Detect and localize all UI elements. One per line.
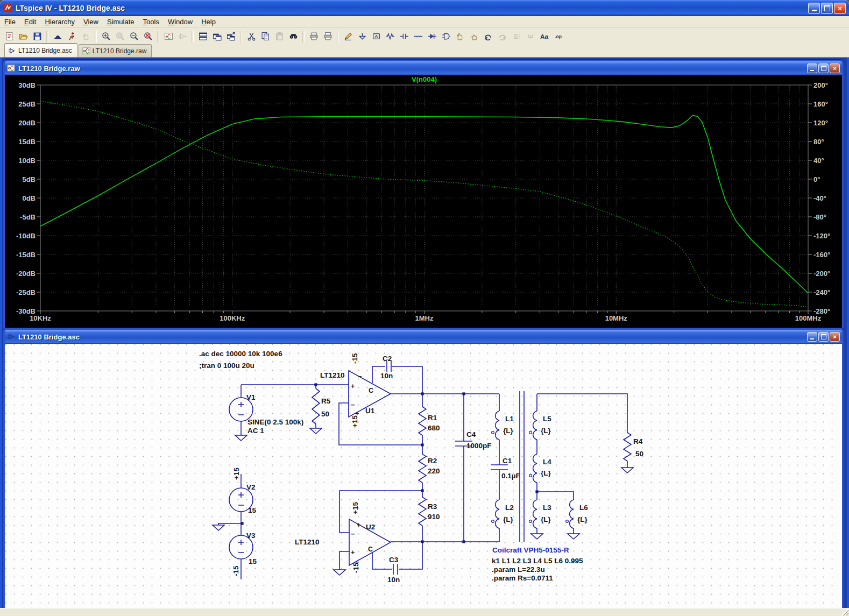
schematic-label: +15 [232,468,240,480]
tab-bar: LT1210 Bridge.ascLT1210 Bridge.raw [0,45,849,58]
run-button[interactable] [65,30,79,44]
component-button[interactable] [439,30,453,44]
ground-button[interactable] [355,30,369,44]
spice-directive-button[interactable]: .op [551,30,565,44]
move-button[interactable] [453,30,467,44]
inductor-button[interactable] [411,30,425,44]
maximize-button[interactable] [821,3,833,14]
tab-lt1210-bridge.asc[interactable]: LT1210 Bridge.asc [4,43,77,57]
schematic-button [175,30,189,44]
resistor-button[interactable] [383,30,397,44]
svg-text:15dB: 15dB [18,138,36,146]
save-button[interactable] [30,30,44,44]
schematic-label: L3 [543,504,551,512]
menu-file[interactable]: File [0,17,20,27]
label-net-button[interactable]: A [369,30,383,44]
schematic-tab-icon [8,47,16,55]
schematic-label: C [369,387,373,394]
mdi-area: LT1210 Bridge.raw × 30dB25dB20dB15dB10dB… [0,58,849,608]
schematic-label: AC 1 [247,427,264,435]
menu-hierarchy[interactable]: Hierarchy [40,17,79,27]
trace-label[interactable]: V(n004) [412,75,437,83]
tile-horizontal-button[interactable] [196,30,210,44]
cut-button[interactable] [244,30,258,44]
close-button[interactable]: × [834,3,846,14]
bode-plot[interactable]: 30dB25dB20dB15dB10dB5dB0dB-5dB-10dB-15dB… [5,75,839,325]
svg-text:Aa: Aa [540,33,548,40]
copy-button[interactable] [258,30,272,44]
resize-grip[interactable] [841,608,848,615]
waveform-window-titlebar[interactable]: LT1210 Bridge.raw × [5,61,842,75]
waveform-button[interactable] [161,30,175,44]
tab-lt1210-bridge.raw[interactable]: LT1210 Bridge.raw [79,44,152,57]
schematic-label: -15 [232,565,240,576]
print-button[interactable] [321,30,335,44]
svg-text:A: A [374,34,378,39]
tab-label: LT1210 Bridge.asc [18,47,72,54]
schematic-maximize-button[interactable] [818,332,829,342]
drag-button[interactable] [467,30,481,44]
menu-window[interactable]: Window [164,17,197,27]
new-schematic-button[interactable] [2,30,16,44]
schematic-label: 680 [428,424,440,432]
schematic-label: 50 [321,410,329,418]
tab-label: LT1210 Bridge.raw [93,47,147,55]
waveform-tab-icon [82,47,90,55]
schematic-label: 910 [428,513,440,521]
zoom-full-button[interactable] [141,30,155,44]
find-button[interactable] [286,30,300,44]
svg-text:10MHz: 10MHz [605,314,628,322]
undo-button[interactable] [481,30,495,44]
zoom-out-button[interactable] [127,30,141,44]
copy-icon [261,32,270,41]
schematic-window-titlebar[interactable]: LT1210 Bridge.asc × [5,330,842,344]
cascade-button[interactable] [210,30,224,44]
wire-button[interactable] [341,30,355,44]
print-setup-button[interactable] [307,30,321,44]
menu-view[interactable]: View [79,17,103,27]
zoom-in-button[interactable] [99,30,113,44]
wire-icon [344,32,353,41]
schematic-label: + [357,521,360,529]
menu-simulate[interactable]: Simulate [103,17,139,27]
resistor-icon [386,32,395,41]
cut-icon [247,32,256,41]
menu-edit[interactable]: Edit [20,17,40,27]
waveform-window-title: LT1210 Bridge.raw [18,65,806,73]
svg-text:.op: .op [555,34,562,39]
schematic-label: V2 [246,483,256,491]
capacitor-button[interactable] [397,30,411,44]
diode-icon [428,32,437,41]
menu-help[interactable]: Help [197,17,220,27]
schematic-canvas[interactable]: .ac dec 10000 10k 100e6;tran 0 100u 20uV… [5,344,839,605]
schematic-label: L6 [579,504,588,512]
svg-text:-80°: -80° [813,213,826,221]
toolbar-separator [95,31,97,43]
title-bar[interactable]: LTspice IV - LT1210 Bridge.asc × [0,0,849,16]
text-button[interactable]: Aa [537,30,551,44]
schematic-label: k1 L1 L2 L3 L4 L5 L6 0.995 [492,557,583,565]
tile-horizontal-icon [199,32,208,41]
schematic-window: LT1210 Bridge.asc × .ac dec 10000 10k 10… [3,328,844,610]
minimize-button[interactable] [808,3,820,14]
menu-bar: FileEditHierarchyViewSimulateToolsWindow… [0,16,849,28]
svg-text:30dB: 30dB [18,81,36,89]
menu-tools[interactable]: Tools [139,17,164,27]
svg-text:100KHz: 100KHz [220,314,245,322]
mirror-icon: E [512,32,521,41]
waveform-maximize-button[interactable] [818,63,829,73]
cascade-new-button[interactable] [224,30,238,44]
print-icon [323,32,332,41]
open-button[interactable] [16,30,30,44]
schematic-minimize-button[interactable] [807,332,817,342]
schematic-grid [5,344,839,605]
rotate-button: E [523,30,537,44]
diode-button[interactable] [425,30,439,44]
schematic-label: 0.1µF [501,472,520,480]
schematic-label: ;tran 0 100u 20u [199,362,254,370]
schematic-close-button[interactable]: × [830,332,840,342]
schematic-label: − [358,373,362,380]
waveform-close-button[interactable]: × [830,63,840,73]
waveform-minimize-button[interactable] [807,63,817,73]
control-panel-button[interactable] [51,30,65,44]
